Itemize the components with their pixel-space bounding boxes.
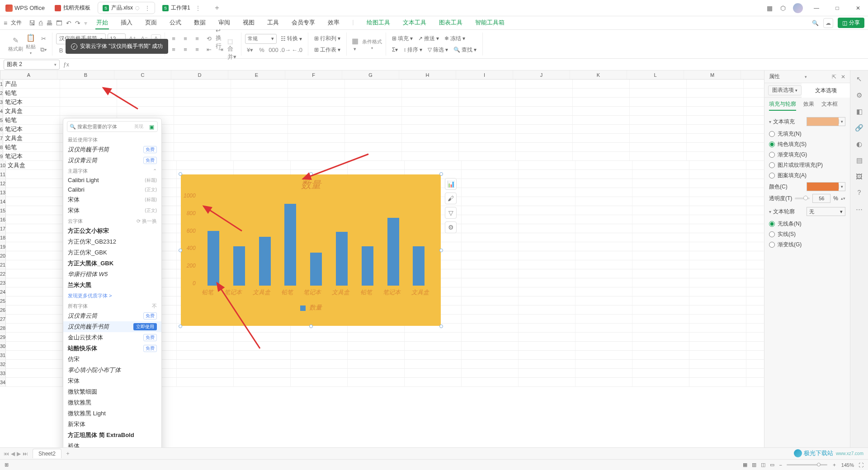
cell[interactable] — [576, 224, 632, 233]
avatar[interactable] — [793, 3, 803, 13]
chart-bar[interactable] — [387, 218, 399, 286]
cell[interactable] — [632, 188, 689, 197]
cell[interactable] — [291, 360, 348, 368]
cell[interactable] — [345, 116, 402, 124]
cell[interactable] — [174, 125, 231, 133]
font-item[interactable]: 微软雅黑 Light — [63, 408, 161, 419]
sheet-first-icon[interactable]: ⏮ — [4, 451, 9, 457]
cell[interactable] — [231, 152, 288, 160]
menu-会员专享[interactable]: 会员专享 — [291, 17, 316, 29]
chart-filter-icon[interactable]: ▽ — [445, 207, 457, 219]
cell[interactable] — [516, 89, 573, 97]
cell[interactable] — [288, 107, 345, 115]
col-header[interactable]: D — [171, 70, 228, 79]
col-header[interactable]: H — [399, 70, 456, 79]
font-item[interactable]: 裕体 — [63, 441, 161, 447]
cell[interactable] — [177, 378, 234, 386]
subtab-0[interactable]: 填充与轮廓 — [769, 100, 796, 111]
cell[interactable] — [174, 134, 231, 142]
cell[interactable] — [291, 351, 348, 359]
cell[interactable] — [632, 269, 689, 278]
cell[interactable] — [746, 269, 764, 278]
chart-bar[interactable] — [362, 246, 373, 286]
cell[interactable] — [576, 378, 632, 386]
cell[interactable] — [6, 306, 63, 314]
cell[interactable] — [462, 287, 519, 296]
row-header[interactable]: 8 — [0, 143, 3, 151]
cell[interactable] — [632, 296, 689, 305]
cell[interactable] — [519, 342, 576, 350]
row-header[interactable]: 19 — [0, 242, 6, 251]
row-header[interactable]: 26 — [0, 306, 6, 314]
cell[interactable] — [288, 98, 345, 106]
cell[interactable] — [573, 107, 630, 115]
cell[interactable]: 铅笔 — [3, 89, 60, 97]
cell[interactable] — [402, 152, 459, 160]
sheet-prev-icon[interactable]: ◀ — [11, 451, 15, 457]
cell[interactable] — [177, 351, 234, 359]
menu-视图[interactable]: 视图 — [242, 17, 255, 29]
cell[interactable] — [576, 315, 632, 323]
cell[interactable] — [746, 306, 764, 314]
cell[interactable] — [117, 80, 174, 88]
cell[interactable] — [689, 206, 746, 215]
cell[interactable] — [405, 161, 462, 169]
undo-icon[interactable]: ↶ — [66, 19, 71, 27]
cell[interactable] — [519, 278, 576, 287]
tab-template[interactable]: 找稻壳模板 — [50, 2, 95, 14]
cell[interactable] — [6, 360, 63, 368]
cell[interactable] — [689, 197, 746, 206]
sum-button[interactable]: Σ▾ — [390, 45, 400, 55]
font-item[interactable]: 方正公文小标宋 — [63, 226, 161, 236]
cell[interactable] — [402, 80, 459, 88]
cell[interactable] — [689, 378, 746, 386]
cell[interactable] — [60, 80, 117, 88]
cell[interactable] — [687, 98, 744, 106]
cell[interactable] — [291, 333, 348, 341]
cell[interactable] — [689, 224, 746, 233]
fullscreen-icon[interactable]: ⛶ — [859, 462, 863, 468]
copy-icon[interactable]: ⧉▾ — [38, 45, 48, 54]
cell[interactable] — [519, 233, 576, 242]
cell[interactable] — [573, 152, 630, 160]
cell[interactable] — [6, 269, 63, 278]
grid-icon[interactable]: ▦ — [766, 5, 773, 12]
cell[interactable] — [632, 287, 689, 296]
chart-bar[interactable] — [233, 246, 245, 286]
col-header[interactable]: N — [741, 70, 764, 79]
fill-preview-swatch[interactable]: ▾ — [807, 117, 845, 126]
menu-效率[interactable]: 效率 — [327, 17, 340, 29]
cell[interactable] — [573, 80, 630, 88]
cell[interactable] — [462, 269, 519, 278]
cell[interactable] — [746, 324, 764, 332]
cell[interactable] — [348, 333, 405, 341]
menu-页面[interactable]: 页面 — [144, 17, 158, 29]
cell[interactable] — [576, 324, 632, 332]
cell[interactable] — [231, 125, 288, 133]
cell[interactable] — [519, 351, 576, 359]
cell[interactable] — [231, 134, 288, 142]
cell[interactable] — [689, 342, 746, 350]
cell[interactable] — [516, 143, 573, 151]
share-button[interactable]: ◫ 分享 — [838, 18, 864, 28]
font-item[interactable]: Calibri(正文) — [63, 185, 161, 194]
row-header[interactable]: 25 — [0, 296, 6, 305]
cell[interactable] — [234, 161, 291, 169]
cell[interactable] — [744, 125, 764, 133]
row-header[interactable]: 16 — [0, 215, 6, 224]
cell[interactable] — [231, 98, 288, 106]
menu-插入[interactable]: 插入 — [120, 17, 133, 29]
cell[interactable] — [576, 233, 632, 242]
cell[interactable] — [746, 287, 764, 296]
cell[interactable] — [459, 143, 516, 151]
cell[interactable] — [117, 98, 174, 106]
search-icon[interactable]: 🔍 — [812, 20, 819, 26]
more-icon[interactable]: ⋯ — [856, 205, 863, 213]
cell[interactable] — [348, 360, 405, 368]
add-sheet-button[interactable]: ＋ — [65, 450, 71, 457]
cell[interactable] — [632, 333, 689, 341]
font-item[interactable]: 方正大黑体_GBK — [63, 258, 161, 269]
fill-radio[interactable] — [769, 162, 775, 168]
cell[interactable] — [744, 134, 764, 142]
cell[interactable] — [576, 342, 632, 350]
